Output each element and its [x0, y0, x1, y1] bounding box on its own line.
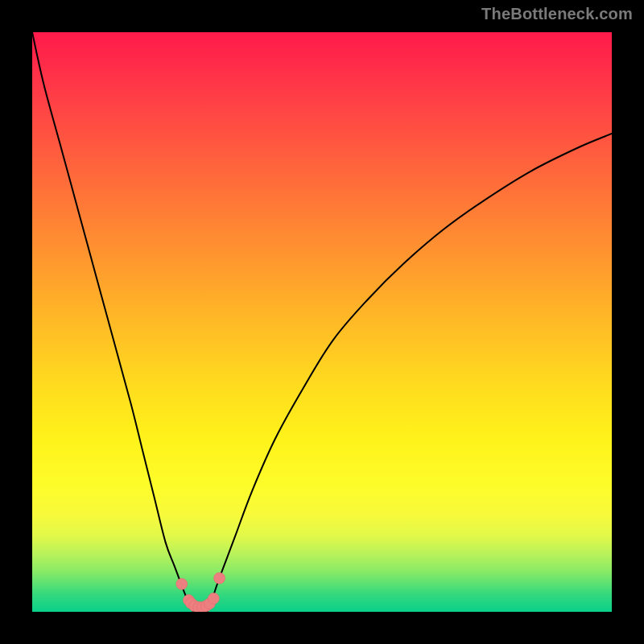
curve-layer [32, 32, 612, 612]
chart-svg [32, 32, 612, 612]
curve-right-curve [207, 134, 612, 612]
data-marker [176, 578, 188, 589]
watermark-text: TheBottleneck.com [481, 5, 633, 23]
data-marker [214, 572, 225, 584]
curve-left-curve [32, 32, 193, 612]
chart-frame: TheBottleneck.com [0, 0, 644, 644]
data-marker [208, 592, 219, 604]
plot-area [32, 32, 612, 612]
